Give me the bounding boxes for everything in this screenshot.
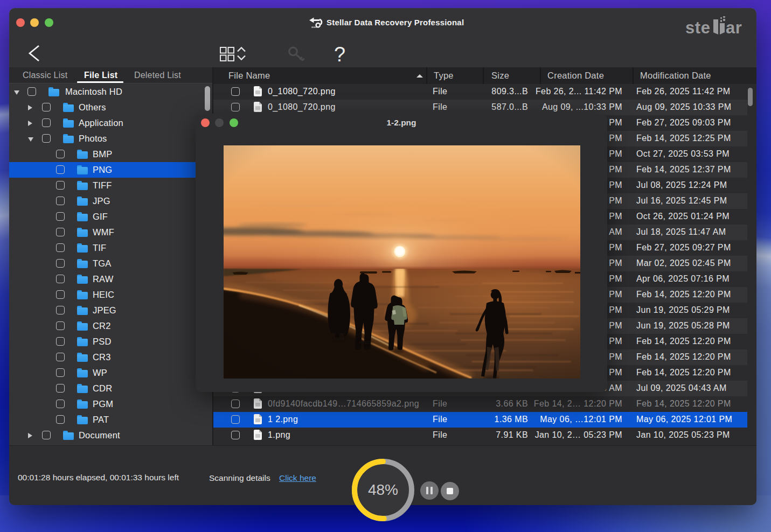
svg-text:?: ? bbox=[334, 43, 345, 66]
